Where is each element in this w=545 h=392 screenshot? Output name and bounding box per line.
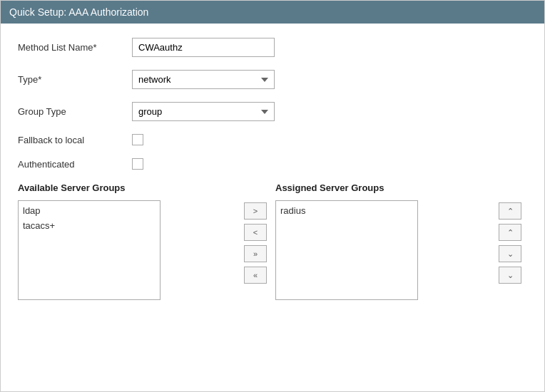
move-down-button[interactable]: ⌄ <box>499 245 521 262</box>
type-row: Type* network exec commands <box>18 70 527 89</box>
available-server-groups-title: Available Server Groups <box>18 182 235 193</box>
move-all-left-button[interactable]: « <box>244 267 267 284</box>
authenticated-checkbox[interactable] <box>132 158 143 170</box>
title-bar: Quick Setup: AAA Authorization <box>1 1 544 24</box>
order-buttons-panel: ⌃ ⌃ ⌄ ⌄ <box>493 202 527 284</box>
type-label: Type* <box>18 74 132 85</box>
fallback-label: Fallback to local <box>18 135 132 145</box>
assigned-server-groups-list[interactable]: radius <box>275 200 418 300</box>
list-item: radius <box>280 204 413 219</box>
group-type-label: Group Type <box>18 106 132 117</box>
transfer-buttons-panel: > < » « <box>235 202 275 284</box>
available-server-groups-panel: Available Server Groups ldap tacacs+ <box>18 182 235 300</box>
window-title: Quick Setup: AAA Authorization <box>9 6 148 18</box>
group-type-select[interactable]: group local none <box>132 102 275 121</box>
authenticated-label: Authenticated <box>18 159 132 170</box>
move-down-icon: ⌄ <box>507 249 514 259</box>
assigned-server-groups-panel: Assigned Server Groups radius <box>275 182 493 300</box>
type-select[interactable]: network exec commands <box>132 70 275 89</box>
move-up-button[interactable]: ⌃ <box>499 224 521 241</box>
move-all-left-icon: « <box>253 271 258 279</box>
move-right-icon: > <box>253 207 258 215</box>
authenticated-row: Authenticated <box>18 158 527 170</box>
fallback-checkbox[interactable] <box>132 134 143 145</box>
server-groups-section: Available Server Groups ldap tacacs+ > <… <box>18 182 527 300</box>
available-server-groups-list[interactable]: ldap tacacs+ <box>18 200 161 300</box>
method-list-name-row: Method List Name* <box>18 38 527 57</box>
move-all-right-icon: » <box>253 249 258 258</box>
move-bottom-button[interactable]: ⌄ <box>499 267 521 284</box>
move-all-right-button[interactable]: » <box>244 245 267 262</box>
move-up-icon: ⌃ <box>507 228 514 237</box>
method-list-name-label: Method List Name* <box>18 42 132 53</box>
move-bottom-icon: ⌄ <box>507 271 514 280</box>
move-left-icon: < <box>253 228 258 237</box>
move-left-button[interactable]: < <box>244 224 267 241</box>
move-top-button[interactable]: ⌃ <box>499 202 521 220</box>
main-window: Quick Setup: AAA Authorization Method Li… <box>0 0 545 392</box>
move-right-button[interactable]: > <box>244 202 267 220</box>
list-item: ldap <box>23 204 156 219</box>
assigned-server-groups-title: Assigned Server Groups <box>275 182 493 193</box>
method-list-name-input[interactable] <box>132 38 275 57</box>
form-body: Method List Name* Type* network exec com… <box>1 24 544 314</box>
move-top-icon: ⌃ <box>507 207 514 216</box>
group-type-row: Group Type group local none <box>18 102 527 121</box>
list-item: tacacs+ <box>23 219 156 234</box>
fallback-row: Fallback to local <box>18 134 527 145</box>
